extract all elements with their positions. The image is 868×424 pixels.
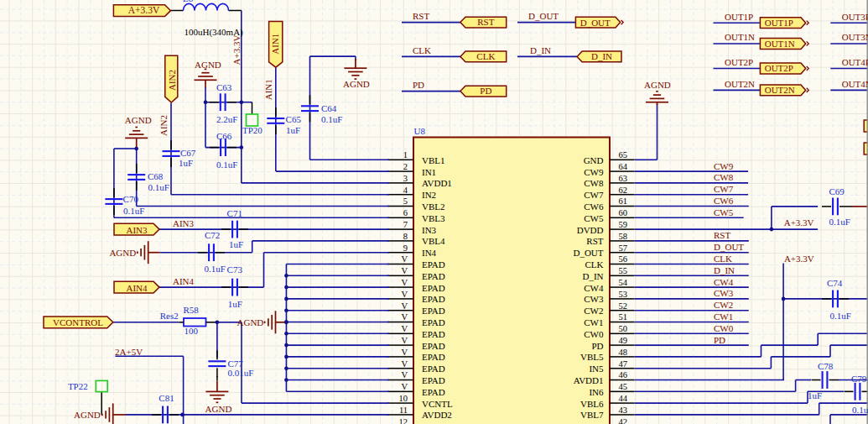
svg-text:52: 52: [619, 301, 628, 311]
svg-text:CW0: CW0: [584, 329, 604, 339]
svg-text:46: 46: [619, 370, 628, 380]
svg-text:61: 61: [619, 196, 628, 206]
svg-text:C64: C64: [321, 103, 337, 113]
svg-text:CW3: CW3: [714, 288, 734, 298]
svg-text:CW8: CW8: [584, 178, 604, 188]
svg-text:EPAD: EPAD: [422, 259, 445, 270]
svg-text:3: 3: [403, 174, 408, 183]
svg-text:OUT1P: OUT1P: [725, 12, 753, 22]
svg-text:EPAD: EPAD: [422, 375, 445, 385]
svg-text:OUT1P: OUT1P: [765, 18, 793, 28]
svg-text:V: V: [401, 278, 408, 287]
svg-text:CW7: CW7: [584, 190, 604, 200]
svg-text:IN1: IN1: [422, 167, 436, 177]
svg-text:0.1uF: 0.1uF: [123, 206, 144, 216]
svg-text:OUT3N: OUT3N: [842, 32, 868, 42]
svg-text:47: 47: [619, 359, 628, 369]
svg-text:CW4: CW4: [714, 277, 734, 287]
svg-text:D_OUT: D_OUT: [573, 248, 603, 258]
svg-text:GND: GND: [584, 155, 604, 165]
svg-text:C72: C72: [205, 230, 220, 240]
svg-text:0.1uF: 0.1uF: [148, 182, 169, 192]
svg-text:L8: L8: [183, 0, 194, 3]
svg-text:CW2: CW2: [714, 300, 733, 310]
svg-text:D_IN: D_IN: [582, 271, 603, 281]
svg-text:EPAD: EPAD: [422, 341, 445, 351]
svg-text:OUT3P: OUT3P: [842, 12, 868, 22]
svg-text:AGND: AGND: [237, 317, 264, 327]
svg-text:CW2: CW2: [584, 306, 603, 316]
svg-text:AIN1: AIN1: [270, 34, 280, 55]
svg-text:VBL7: VBL7: [580, 410, 604, 420]
svg-text:VCNTL: VCNTL: [422, 399, 453, 409]
svg-text:AGND: AGND: [109, 248, 136, 258]
svg-text:A+3.3V: A+3.3V: [784, 254, 814, 264]
svg-text:53: 53: [619, 290, 628, 299]
svg-text:D_IN: D_IN: [714, 265, 735, 275]
svg-text:OUT1N: OUT1N: [725, 32, 755, 42]
svg-text:CW3: CW3: [584, 294, 604, 304]
svg-text:CLK: CLK: [585, 259, 604, 270]
svg-text:CLK: CLK: [413, 45, 431, 55]
svg-text:C68: C68: [148, 171, 164, 181]
svg-text:V: V: [401, 266, 408, 275]
svg-text:1uF: 1uF: [286, 125, 300, 135]
svg-text:OUT2P: OUT2P: [765, 63, 793, 73]
svg-text:AVDD1: AVDD1: [422, 178, 452, 188]
svg-text:VBL3: VBL3: [422, 213, 445, 223]
svg-text:EPAD: EPAD: [422, 283, 445, 293]
svg-text:AIN4: AIN4: [173, 276, 195, 286]
svg-text:C73: C73: [227, 264, 243, 275]
svg-text:RST: RST: [477, 17, 494, 27]
svg-text:0.1uF: 0.1uF: [852, 405, 868, 415]
svg-text:D_IN: D_IN: [530, 45, 551, 55]
svg-text:V: V: [401, 312, 408, 322]
svg-text:1uF: 1uF: [808, 390, 822, 400]
svg-text:2: 2: [403, 162, 408, 171]
svg-text:C63: C63: [216, 82, 232, 92]
svg-text:58: 58: [619, 232, 628, 241]
svg-text:65: 65: [619, 150, 628, 160]
svg-text:A+3.3V: A+3.3V: [231, 35, 242, 65]
svg-text:CW7: CW7: [714, 184, 734, 194]
svg-text:AGND: AGND: [343, 79, 370, 89]
svg-text:EPAD: EPAD: [422, 329, 445, 339]
svg-text:59: 59: [619, 220, 628, 229]
svg-text:56: 56: [619, 254, 628, 264]
svg-text:OUT2P: OUT2P: [725, 57, 753, 67]
svg-text:CLK: CLK: [714, 254, 732, 264]
svg-text:VBL4: VBL4: [422, 236, 445, 246]
svg-text:V: V: [401, 290, 408, 299]
svg-text:2.2uF: 2.2uF: [216, 114, 237, 124]
svg-text:R58: R58: [184, 305, 200, 315]
svg-text:49: 49: [619, 336, 628, 345]
svg-text:42: 42: [619, 417, 628, 424]
svg-text:VBL1: VBL1: [422, 155, 445, 165]
svg-text:55: 55: [619, 266, 628, 275]
svg-text:AIN4: AIN4: [126, 283, 148, 293]
svg-text:OUT4P: OUT4P: [842, 57, 868, 67]
svg-text:A+3.3V: A+3.3V: [784, 217, 814, 228]
svg-text:RST: RST: [586, 236, 603, 246]
svg-text:0.1uF: 0.1uF: [216, 160, 237, 170]
svg-text:EPAD: EPAD: [422, 306, 445, 316]
svg-text:OUT1N: OUT1N: [765, 39, 795, 49]
svg-text:OUT4N: OUT4N: [842, 79, 868, 89]
svg-text:V: V: [401, 336, 408, 345]
svg-text:VCONTROL: VCONTROL: [53, 317, 103, 327]
svg-text:EPAD: EPAD: [422, 352, 445, 362]
svg-text:AIN1: AIN1: [263, 79, 273, 100]
svg-text:CW5: CW5: [714, 207, 734, 217]
svg-text:AGND: AGND: [195, 60, 221, 70]
svg-text:AGND: AGND: [205, 404, 232, 414]
svg-text:10: 10: [399, 394, 408, 403]
svg-text:CW6: CW6: [584, 202, 604, 212]
svg-text:AIN3: AIN3: [173, 218, 195, 228]
svg-text:CW9: CW9: [584, 167, 604, 177]
svg-text:64: 64: [619, 162, 628, 171]
svg-text:43: 43: [619, 406, 628, 415]
svg-text:6: 6: [403, 208, 408, 217]
svg-text:D_OUT: D_OUT: [580, 18, 611, 28]
svg-text:9: 9: [403, 243, 408, 253]
svg-text:Res2: Res2: [160, 311, 179, 321]
